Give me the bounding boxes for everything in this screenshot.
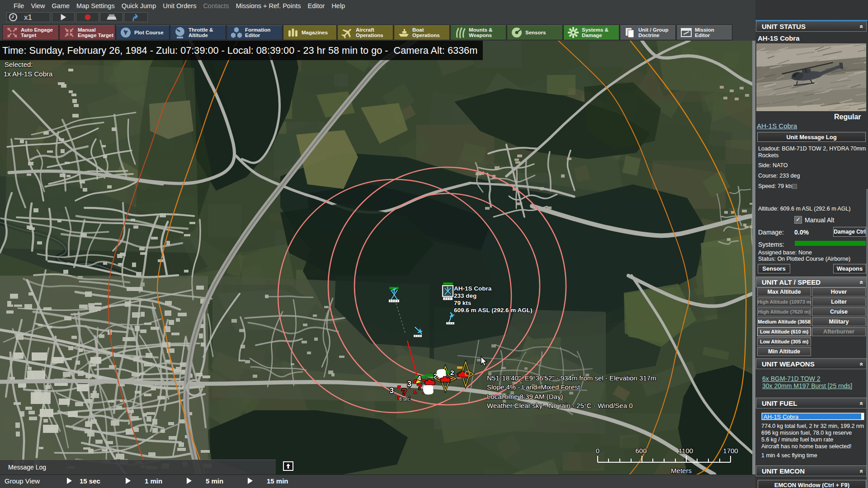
svg-text:609.6 m ASL (292.6 m AGL): 609.6 m ASL (292.6 m AGL): [454, 307, 533, 314]
svg-text:x1: x1: [24, 13, 32, 22]
svg-text:79 kts: 79 kts: [454, 300, 471, 306]
svg-text:0: 0: [596, 447, 599, 455]
svg-text:N51°18'40", E9°36'52" - 934m f: N51°18'40", E9°36'52" - 934m from sel - …: [487, 374, 656, 382]
svg-text:3: 3: [407, 380, 411, 388]
svg-text:600: 600: [635, 447, 646, 455]
svg-text:3: 3: [390, 387, 394, 394]
svg-text:1700: 1700: [723, 447, 738, 455]
svg-text:Meters: Meters: [671, 467, 692, 474]
svg-text:4: 4: [417, 374, 421, 382]
svg-text:2: 2: [450, 369, 454, 376]
svg-text:Local time 8:39 AM (Day): Local time 8:39 AM (Day): [487, 393, 563, 400]
svg-text:8 sec: 8 sec: [399, 397, 410, 402]
svg-text:Weather Clear sky - No rain -: Weather Clear sky - No rain - 25°C - Win…: [487, 402, 633, 409]
svg-text:233 deg: 233 deg: [454, 292, 476, 299]
svg-text:1100: 1100: [679, 447, 693, 455]
svg-text:?: ?: [417, 381, 422, 391]
svg-text:AH-1S Cobra: AH-1S Cobra: [454, 285, 492, 292]
svg-text:Slope 4% - Land: Mixed Forest: Slope 4% - Land: Mixed Forest: [487, 383, 580, 391]
svg-text:?: ?: [401, 387, 406, 397]
